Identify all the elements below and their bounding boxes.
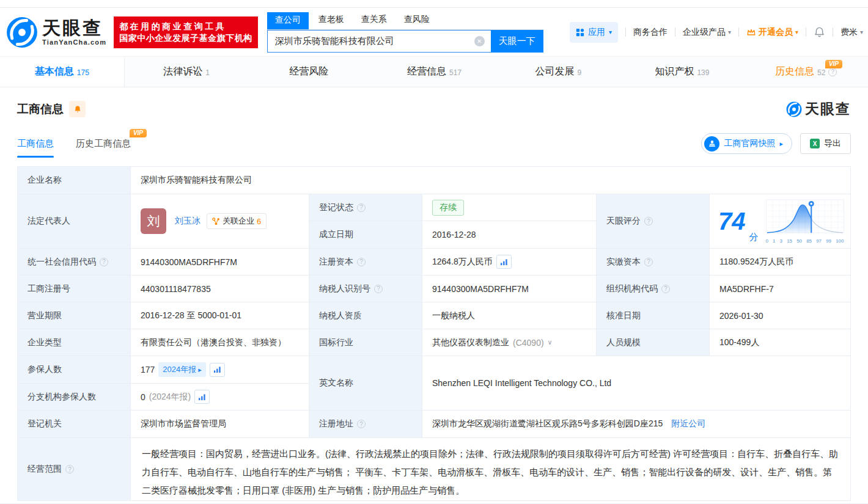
username-label: 费米 (840, 27, 858, 38)
help-icon[interactable]: ? (661, 285, 670, 293)
legal-rep-name-link[interactable]: 刘玉冰 (175, 216, 200, 227)
score-axis-tick: 3 (780, 238, 782, 244)
nav-vip-upgrade[interactable]: 开通会员 ▾ (746, 27, 798, 38)
export-button[interactable]: X 导出 (800, 133, 851, 154)
nav-enterprise-products[interactable]: 企业级产品 ▾ (683, 27, 731, 38)
help-icon[interactable]: ? (100, 258, 108, 266)
search-input[interactable] (267, 30, 491, 53)
official-snapshot-button[interactable]: 工商官网快照 ▸ (701, 133, 792, 154)
score-label: 天眼评分 ? (597, 194, 710, 249)
tab-intellectual-property[interactable]: 知识产权 139 (620, 57, 745, 87)
watermark-label: 天眼查 (805, 100, 851, 119)
help-icon[interactable]: ? (644, 258, 653, 266)
header-nav: 应用 ▾ 商务合作 企业级产品 ▾ 开通会员 ▾ (570, 22, 863, 43)
establish-date-value: 2016-12-28 (422, 221, 597, 249)
business-term-label: 营业期限 (18, 302, 131, 329)
help-icon[interactable]: ? (65, 465, 74, 473)
search-tab-company[interactable]: 查公司 (267, 12, 309, 29)
industry-value: 其他仪器仪表制造业 (C4090) ∨ (422, 329, 597, 356)
tianyancha-watermark: 天眼查 (786, 100, 851, 119)
business-info-table: 企业名称 深圳市乐骑智能科技有限公司 法定代表人 刘 刘玉冰 关联企业 6 登记… (17, 166, 851, 501)
divider (806, 27, 806, 37)
subtab-business-info[interactable]: 工商信息 (17, 138, 54, 158)
reg-address-value: 深圳市龙华区观湖街道鹭湖社区观乐路5号多彩科创园D座215 附近公司 (422, 411, 851, 438)
tab-count: 517 (449, 68, 462, 77)
annual-report-badge[interactable]: 2024年报 ▸ (158, 362, 205, 377)
nav-business-cooperation[interactable]: 商务合作 (633, 27, 668, 38)
subtab-history-business-info[interactable]: VIP 历史工商信息 (76, 138, 131, 158)
notification-bell-icon[interactable] (814, 26, 825, 38)
nearby-companies-link[interactable]: 附近公司 (671, 418, 705, 429)
tab-basic-info[interactable]: 基本信息 175 (0, 57, 125, 87)
search-area: 查公司 查老板 查关系 查风险 ✕ 天眼一下 (267, 12, 543, 53)
tab-legal-litigation[interactable]: 法律诉讼 1 (125, 57, 249, 87)
label-text: 纳税人识别号 (319, 283, 370, 294)
search-button[interactable]: 天眼一下 (491, 30, 543, 53)
trend-chart-icon[interactable] (496, 255, 512, 269)
help-icon[interactable]: ? (357, 420, 366, 428)
tianyancha-watermark-icon (786, 101, 802, 117)
divider (738, 27, 739, 37)
reg-capital-label: 注册资本 ? (309, 249, 422, 276)
apps-menu[interactable]: 应用 ▾ (570, 22, 618, 43)
trend-chart-icon[interactable] (194, 390, 210, 404)
status-badge: 存续 (432, 200, 464, 216)
value-text: 91440300MA5DRFHF7M (141, 257, 237, 267)
reg-capital-value: 1264.8万人民币 (422, 249, 597, 276)
tab-count: 1 (205, 68, 210, 77)
reg-number-value: 440301118477835 (131, 276, 309, 302)
search-tab-relations[interactable]: 查关系 (361, 12, 387, 29)
staff-size-label: 人员规模 (597, 329, 710, 356)
tianyancha-logo[interactable]: 天眼查 TianYanCha.com (6, 16, 106, 48)
tab-history-info[interactable]: VIP 历史信息 52 ? (744, 57, 868, 87)
approval-date-label: 核准日期 (597, 302, 710, 329)
legal-rep-avatar[interactable]: 刘 (141, 208, 166, 234)
chevron-down-icon[interactable]: ∨ (548, 338, 553, 346)
taxpayer-id-label: 纳税人识别号 ? (309, 276, 422, 302)
help-icon[interactable]: ? (828, 68, 837, 76)
company-name-label: 企业名称 (18, 167, 131, 194)
industry-code: (C4090) (513, 338, 544, 348)
help-icon[interactable]: ? (374, 285, 383, 293)
annual-report-label: 2024年报 (163, 364, 196, 375)
business-scope-label: 经营范围 ? (18, 438, 131, 501)
tab-company-development[interactable]: 公司发展 9 (496, 57, 620, 87)
taxpayer-id-value: 91440300MA5DRFHF7M (422, 276, 597, 302)
value-text: 2016-12-28 (432, 230, 476, 239)
search-tab-boss[interactable]: 查老板 (318, 12, 344, 29)
value-text: 深圳市龙华区观湖街道鹭湖社区观乐路5号多彩科创园D座215 (432, 418, 663, 429)
related-companies-badge[interactable]: 关联企业 6 (207, 213, 267, 229)
value-text: 100-499人 (719, 337, 759, 348)
reg-authority-value: 深圳市市场监督管理局 (131, 411, 309, 438)
taxpayer-quality-value: 一般纳税人 (422, 302, 597, 329)
reg-status-label: 登记状态 ? (309, 194, 422, 221)
value-text: 有限责任公司（港澳台投资、非独资） (141, 337, 286, 348)
top-divider (0, 0, 868, 8)
logo-subtitle: TianYanCha.com (42, 38, 106, 46)
tab-operation-risk[interactable]: 经营风险 (248, 57, 372, 87)
divider (833, 27, 833, 37)
label-text: 人员规模 (606, 337, 641, 348)
trend-chart-icon[interactable] (210, 363, 225, 377)
help-icon[interactable]: ? (644, 217, 653, 225)
tab-label: 基本信息 (35, 65, 74, 78)
related-label: 关联企业 (223, 216, 254, 227)
tab-count: 139 (697, 68, 709, 77)
org-network-icon (212, 217, 220, 225)
credit-code-label: 统一社会信用代码 ? (18, 249, 131, 276)
snapshot-label: 工商官网快照 (724, 138, 775, 149)
monitor-bell-icon[interactable] (69, 101, 86, 117)
help-icon[interactable]: ? (357, 203, 366, 212)
user-menu[interactable]: 费米 ▾ (840, 27, 863, 38)
tab-business-info[interactable]: 经营信息 517 (372, 57, 496, 87)
section-title: 工商信息 (17, 101, 64, 117)
clear-search-icon[interactable]: ✕ (474, 36, 485, 46)
branch-insured-value: 0 (2024年报) (131, 384, 309, 411)
value-text: 一般纳税人 (432, 310, 475, 321)
label-text: 统一社会信用代码 (28, 257, 96, 268)
score-axis-tick: 99 (826, 238, 831, 244)
search-tab-risk[interactable]: 查风险 (404, 12, 430, 29)
stamp-icon (704, 136, 719, 152)
help-icon[interactable]: ? (357, 258, 366, 266)
label-text: 注册地址 (319, 418, 353, 429)
